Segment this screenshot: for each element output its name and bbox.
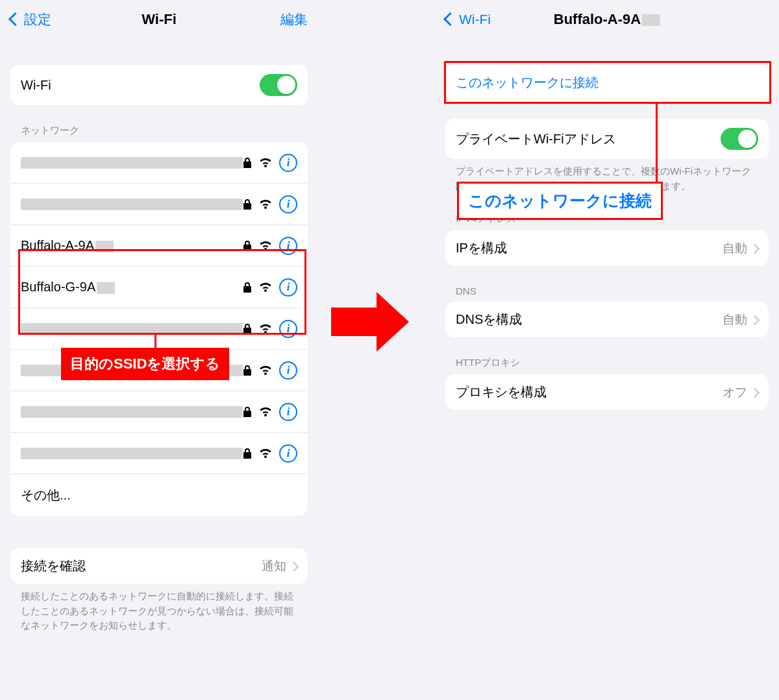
wifi-signal-icon <box>258 323 273 335</box>
lock-icon <box>243 323 252 335</box>
dns-header: DNS <box>456 285 758 296</box>
networks-header: ネットワーク <box>21 125 297 137</box>
proxy-config-row[interactable]: プロキシを構成 オフ <box>445 374 769 410</box>
network-row[interactable]: i <box>10 142 308 184</box>
other-network-row[interactable]: その他... <box>10 474 308 516</box>
chevron-right-icon <box>751 385 758 400</box>
proxy-config-label: プロキシを構成 <box>456 383 723 401</box>
proxy-group: プロキシを構成 オフ <box>445 374 769 410</box>
wifi-toggle-row: Wi-Fi <box>10 65 308 105</box>
lock-icon <box>243 365 252 376</box>
back-button[interactable]: 設定 <box>10 10 51 29</box>
network-name: Buffalo-A-9A <box>21 238 243 253</box>
dns-config-label: DNSを構成 <box>456 311 723 328</box>
info-icon[interactable]: i <box>279 444 297 463</box>
join-network-row[interactable]: このネットワークに接続 <box>445 65 769 101</box>
back-button[interactable]: Wi-Fi <box>445 12 491 27</box>
lock-icon <box>243 199 252 210</box>
network-row[interactable]: i <box>10 184 308 225</box>
info-icon[interactable]: i <box>279 403 297 421</box>
proxy-config-value: オフ <box>723 384 747 401</box>
ask-footer: 接続したことのあるネットワークに自動的に接続します。接続したことのあるネットワー… <box>21 589 297 633</box>
network-row[interactable]: i <box>10 391 308 433</box>
dns-config-value: 自動 <box>723 311 747 328</box>
dns-config-row[interactable]: DNSを構成 自動 <box>445 302 769 337</box>
private-addr-row: プライベートWi-Fiアドレス <box>445 119 769 159</box>
network-row[interactable]: Buffalo-A-9Ai <box>10 225 308 267</box>
annotation-connector <box>155 335 156 349</box>
network-name <box>21 199 243 210</box>
navbar: 設定 Wi-Fi 編集 <box>0 0 318 39</box>
network-icons: i <box>243 444 297 463</box>
info-icon[interactable]: i <box>279 154 297 172</box>
network-icons: i <box>243 278 297 296</box>
ip-config-value: 自動 <box>723 240 747 257</box>
ask-to-join-value: 通知 <box>262 558 286 575</box>
ask-to-join-label: 接続を確認 <box>21 557 262 575</box>
annotation-callout: 目的のSSIDを選択する <box>61 348 229 380</box>
info-icon[interactable]: i <box>279 237 297 255</box>
page-title: Buffalo-A-9A <box>554 11 660 28</box>
private-addr-group: プライベートWi-Fiアドレス <box>445 119 769 159</box>
redacted-suffix <box>97 282 115 294</box>
network-icons: i <box>243 320 297 338</box>
wifi-list-screen: 設定 Wi-Fi 編集 Wi-Fi ネットワーク iiBuffalo-A-9Ai… <box>0 0 318 700</box>
network-row[interactable]: i <box>10 308 308 350</box>
network-row[interactable]: i <box>10 433 308 474</box>
network-name <box>21 157 243 169</box>
page-title: Wi-Fi <box>142 11 177 28</box>
ask-to-join-group: 接続を確認 通知 <box>10 548 308 584</box>
private-addr-toggle[interactable] <box>721 128 758 150</box>
network-icons: i <box>243 361 297 380</box>
network-name <box>21 323 243 335</box>
network-name <box>21 406 243 418</box>
wifi-signal-icon <box>258 448 273 459</box>
lock-icon <box>243 157 252 169</box>
info-icon[interactable]: i <box>279 320 297 338</box>
title-text: Buffalo-A-9A <box>554 11 641 27</box>
ip-config-row[interactable]: IPを構成 自動 <box>445 230 769 266</box>
annotation-callout: このネットワークに接続 <box>457 182 663 220</box>
ask-to-join-row[interactable]: 接続を確認 通知 <box>10 548 308 584</box>
private-addr-label: プライベートWi-Fiアドレス <box>456 130 721 148</box>
chevron-right-icon <box>290 559 297 573</box>
ip-config-label: IPを構成 <box>456 239 723 257</box>
ipv4-group: IPを構成 自動 <box>445 230 769 266</box>
chevron-right-icon <box>751 241 758 256</box>
redacted-suffix <box>642 14 660 26</box>
join-group: このネットワークに接続 <box>445 65 769 101</box>
network-row[interactable]: Buffalo-G-9Ai <box>10 267 308 308</box>
wifi-toggle[interactable] <box>260 74 297 96</box>
wifi-signal-icon <box>258 406 273 418</box>
wifi-signal-icon <box>258 199 273 210</box>
navbar: Wi-Fi Buffalo-A-9A <box>435 0 779 39</box>
network-icons: i <box>243 195 297 213</box>
edit-button[interactable]: 編集 <box>280 10 308 29</box>
chevron-right-icon <box>751 312 758 327</box>
network-icons: i <box>243 154 297 172</box>
lock-icon <box>243 406 252 418</box>
info-icon[interactable]: i <box>279 361 297 380</box>
networks-group: iiBuffalo-A-9AiBuffalo-G-9Aiiiiiその他... <box>10 142 308 516</box>
info-icon[interactable]: i <box>279 195 297 213</box>
wifi-detail-screen: Wi-Fi Buffalo-A-9A このネットワークに接続 プライベートWi-… <box>435 0 779 700</box>
chevron-left-icon <box>445 12 458 27</box>
lock-icon <box>243 448 252 459</box>
chevron-left-icon <box>10 12 23 27</box>
back-label: 設定 <box>24 10 51 29</box>
network-icons: i <box>243 403 297 421</box>
wifi-signal-icon <box>258 365 273 376</box>
network-name: Buffalo-G-9A <box>21 280 243 295</box>
lock-icon <box>243 240 252 252</box>
dns-group: DNSを構成 自動 <box>445 302 769 337</box>
wifi-signal-icon <box>258 240 273 252</box>
annotation-connector <box>656 104 658 182</box>
other-label: その他... <box>21 487 297 504</box>
wifi-signal-icon <box>258 282 273 293</box>
wifi-signal-icon <box>258 157 273 169</box>
network-name <box>21 448 243 459</box>
info-icon[interactable]: i <box>279 278 297 296</box>
back-label: Wi-Fi <box>459 12 491 27</box>
wifi-toggle-group: Wi-Fi <box>10 65 308 105</box>
network-icons: i <box>243 237 297 255</box>
